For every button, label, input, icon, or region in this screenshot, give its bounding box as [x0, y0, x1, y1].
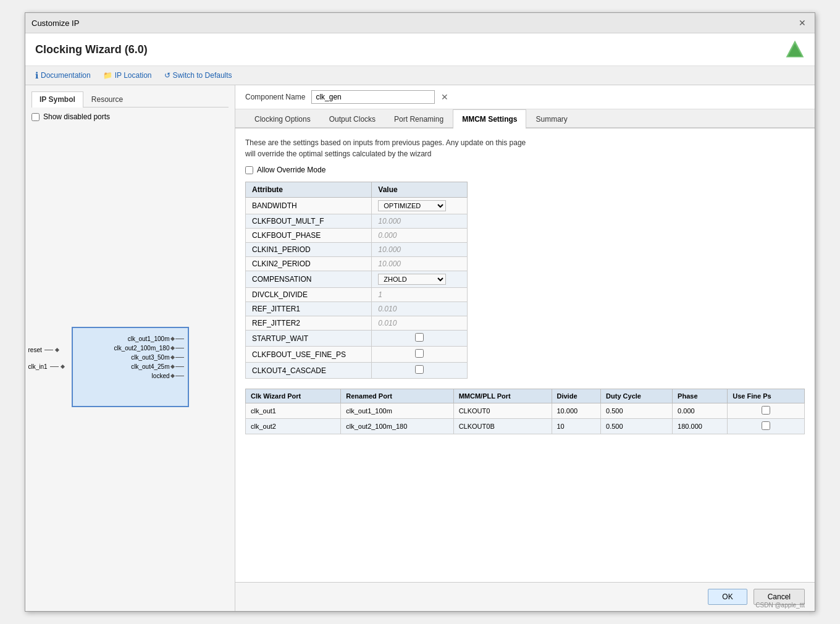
duty-clk-out1: 0.500 — [601, 403, 673, 419]
component-name-clear-button[interactable]: ✕ — [441, 92, 448, 102]
tab-output-clocks[interactable]: Output Clocks — [320, 109, 385, 129]
ok-button[interactable]: OK — [708, 589, 747, 605]
allow-override-checkbox[interactable] — [245, 166, 253, 174]
table-row: CLKIN1_PERIOD 10.000 — [246, 243, 468, 257]
left-tab-bar: IP Symbol Resource — [32, 91, 229, 108]
value-clkin1-period: 10.000 — [372, 243, 468, 257]
tab-port-renaming[interactable]: Port Renaming — [385, 109, 453, 129]
switch-defaults-button[interactable]: ↺ Switch to Defaults — [164, 70, 232, 81]
table-row: CLKOUT4_CASCADE — [246, 363, 468, 379]
mmcm-clkout0b: CLKOUT0B — [453, 419, 552, 434]
phase-clk-out2: 180.000 — [673, 419, 728, 434]
fine-ps-clk-out1[interactable] — [728, 403, 805, 419]
port-col-divide: Divide — [552, 389, 601, 403]
tab-resource[interactable]: Resource — [83, 91, 131, 107]
value-ref-jitter1: 0.010 — [372, 302, 468, 316]
bandwidth-select[interactable]: OPTIMIZED HIGH LOW — [378, 200, 446, 211]
port-col-mmcm: MMCM/PLL Port — [453, 389, 552, 403]
app-title: Clocking Wizard (6.0) — [35, 43, 148, 56]
xilinx-logo-icon — [785, 40, 805, 59]
component-name-row: Component Name ✕ — [235, 85, 815, 109]
ip-diagram: reset clk_in1 — [32, 129, 229, 605]
tab-mmcm-settings[interactable]: MMCM Settings — [453, 109, 526, 129]
mmcm-clkout0: CLKOUT0 — [453, 403, 552, 419]
renamed-clk-out1: clk_out1_100m — [341, 403, 453, 419]
show-disabled-ports-checkbox[interactable] — [32, 113, 40, 121]
clk-out2-port: clk_out2_100m_180 — [114, 345, 169, 352]
value-clkfbout-phase: 0.000 — [372, 229, 468, 243]
value-compensation[interactable]: ZHOLD INTERNAL EXTERNAL — [372, 271, 468, 288]
table-row: REF_JITTER2 0.010 — [246, 316, 468, 331]
table-row: clk_out2 clk_out2_100m_180 CLKOUT0B 10 0… — [246, 419, 805, 434]
port-col-use-fine-ps: Use Fine Ps — [728, 389, 805, 403]
show-disabled-ports-label: Show disabled ports — [43, 112, 110, 121]
table-row: DIVCLK_DIVIDE 1 — [246, 288, 468, 302]
window-title: Customize IP — [32, 19, 79, 28]
app-header: Clocking Wizard (6.0) — [25, 33, 815, 66]
table-row: clk_out1 clk_out1_100m CLKOUT0 10.000 0.… — [246, 403, 805, 419]
footer-buttons: OK Cancel — [235, 582, 815, 611]
fine-ps-clk-out2[interactable] — [728, 419, 805, 434]
duty-clk-out2: 0.500 — [601, 419, 673, 434]
table-row: STARTUP_WAIT — [246, 331, 468, 347]
component-name-input[interactable] — [311, 90, 435, 104]
startup-wait-checkbox[interactable] — [415, 333, 424, 342]
port-col-clk-wizard: Clk Wizard Port — [246, 389, 341, 403]
table-row: BANDWIDTH OPTIMIZED HIGH LOW — [246, 198, 468, 214]
attr-clkin2-period: CLKIN2_PERIOD — [246, 257, 372, 271]
clkfbout-use-fine-ps-checkbox[interactable] — [415, 349, 424, 358]
allow-override-label: Allow Override Mode — [257, 166, 326, 174]
main-tabs: Clocking Options Output Clocks Port Rena… — [235, 109, 815, 129]
renamed-clk-out2: clk_out2_100m_180 — [341, 419, 453, 434]
tab-content: These are the settings based on inputs f… — [235, 129, 815, 582]
right-panel: Component Name ✕ Clocking Options Output… — [235, 85, 815, 611]
value-divclk-divide: 1 — [372, 288, 468, 302]
info-icon: ℹ — [35, 70, 38, 80]
toolbar: ℹ Documentation 📁 IP Location ↺ Switch t… — [25, 66, 815, 85]
close-button[interactable]: ✕ — [796, 17, 808, 29]
reset-port-label: reset — [28, 347, 42, 353]
port-col-renamed: Renamed Port — [341, 389, 453, 403]
table-row: CLKFBOUT_MULT_F 10.000 — [246, 214, 468, 229]
tab-ip-symbol[interactable]: IP Symbol — [32, 91, 83, 108]
value-startup-wait[interactable] — [372, 331, 468, 347]
attr-startup-wait: STARTUP_WAIT — [246, 331, 372, 347]
attr-bandwidth: BANDWIDTH — [246, 198, 372, 214]
footer-note: CSDN @apple_ttt — [755, 602, 805, 609]
footer-wrapper: OK Cancel CSDN @apple_ttt — [235, 582, 815, 611]
tab-summary[interactable]: Summary — [526, 109, 576, 129]
attr-compensation: COMPENSATION — [246, 271, 372, 288]
left-panel: IP Symbol Resource Show disabled ports r… — [25, 85, 235, 611]
show-disabled-ports-row: Show disabled ports — [32, 112, 229, 121]
table-row: CLKIN2_PERIOD 10.000 — [246, 257, 468, 271]
component-name-label: Component Name — [245, 93, 305, 101]
port-table: Clk Wizard Port Renamed Port MMCM/PLL Po… — [245, 389, 805, 434]
attr-clkfbout-mult-f: CLKFBOUT_MULT_F — [246, 214, 372, 229]
value-clkout4-cascade[interactable] — [372, 363, 468, 379]
attribute-table: Attribute Value BANDWIDTH OPTIMIZED HIGH — [245, 182, 468, 379]
clk-out3-port: clk_out3_50m — [131, 354, 169, 361]
compensation-select[interactable]: ZHOLD INTERNAL EXTERNAL — [378, 274, 446, 285]
attr-clkin1-period: CLKIN1_PERIOD — [246, 243, 372, 257]
fine-ps-clk-out1-checkbox[interactable] — [762, 406, 770, 415]
clkout4-cascade-checkbox[interactable] — [415, 365, 424, 374]
value-clkfbout-use-fine-ps[interactable] — [372, 347, 468, 363]
attr-clkfbout-use-fine-ps: CLKFBOUT_USE_FINE_PS — [246, 347, 372, 363]
port-clk-out2: clk_out2 — [246, 419, 341, 434]
clk-in1-port-label: clk_in1 — [28, 363, 48, 370]
value-clkin2-period: 10.000 — [372, 257, 468, 271]
attr-ref-jitter1: REF_JITTER1 — [246, 302, 372, 316]
fine-ps-clk-out2-checkbox[interactable] — [762, 421, 770, 430]
table-row: CLKFBOUT_USE_FINE_PS — [246, 347, 468, 363]
table-row: CLKFBOUT_PHASE 0.000 — [246, 229, 468, 243]
ip-location-button[interactable]: 📁 IP Location — [103, 70, 152, 81]
value-bandwidth[interactable]: OPTIMIZED HIGH LOW — [372, 198, 468, 214]
main-content: IP Symbol Resource Show disabled ports r… — [25, 85, 815, 611]
clk-out1-port: clk_out1_100m — [128, 335, 170, 342]
attr-divclk-divide: DIVCLK_DIVIDE — [246, 288, 372, 302]
tab-clocking-options[interactable]: Clocking Options — [245, 109, 320, 129]
description-text: These are the settings based on inputs f… — [245, 137, 805, 159]
attr-clkout4-cascade: CLKOUT4_CASCADE — [246, 363, 372, 379]
port-col-phase: Phase — [673, 389, 728, 403]
documentation-button[interactable]: ℹ Documentation — [35, 69, 91, 82]
